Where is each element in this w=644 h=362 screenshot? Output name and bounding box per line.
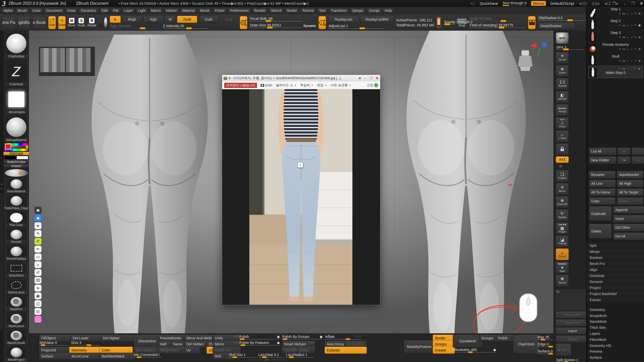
minconnected-slider[interactable]: Min Connected I <box>133 353 162 358</box>
zremesher-button[interactable]: ZRemesher <box>133 335 161 348</box>
flatten-icon[interactable]: ▾ <box>619 67 620 70</box>
shelf-item-smoothvalleys[interactable]: SmoothValleys <box>4 245 28 261</box>
menu-draw[interactable]: Draw <box>65 8 78 13</box>
spix-slider[interactable]: SPix 3 <box>556 45 583 51</box>
eye-icon[interactable]: ◉ <box>638 12 641 15</box>
dynamic-label[interactable]: Dynamic <box>304 24 316 28</box>
section-project[interactable]: Project <box>586 285 644 291</box>
eye-icon[interactable]: ◉ <box>638 59 641 62</box>
halftone-icon[interactable]: ◐ <box>627 12 629 15</box>
live-boolean-button[interactable]: Live Boolean <box>32 16 46 29</box>
palette-resize-handle[interactable]: ▲▼ <box>248 358 286 361</box>
halftone-icon[interactable]: ◐ <box>627 48 629 51</box>
shelf-item-selectlasso[interactable]: SelectLasso <box>4 279 28 295</box>
subtool-row-step-1[interactable]: Step 1▾●●◐◑✎◉ <box>588 7 643 19</box>
white-swatch[interactable] <box>17 156 28 159</box>
subpalette-deformation[interactable]: Deformation <box>586 360 644 362</box>
midvalue-slider[interactable]: MidValue 0 <box>39 341 68 346</box>
texture-preview[interactable]: Te <box>556 290 585 310</box>
clipboard-icon[interactable]: ◫ <box>34 300 42 307</box>
see-through-handle[interactable] <box>503 5 509 6</box>
paintbrush-icon[interactable]: ✎ <box>634 59 636 62</box>
texture-on-button[interactable]: Texture On <box>556 311 589 318</box>
pin-icon[interactable]: ◉ <box>34 207 42 214</box>
mrgb-button[interactable]: Mrgb <box>122 16 142 23</box>
eraser-icon[interactable]: ▭ <box>34 253 42 260</box>
surface-button[interactable]: Surface <box>39 353 72 360</box>
tray-collapse-icon[interactable]: ◂ <box>1 183 2 186</box>
gravity-strength-slider[interactable]: Gravity Strength 0 <box>444 20 455 25</box>
switch-color-button[interactable]: SwitchColor <box>4 160 29 163</box>
subpalette-geometry-hd[interactable]: Geometry HD <box>586 343 644 349</box>
replay-last-rel-button[interactable]: ReplayLastRel <box>360 16 394 23</box>
menu-help[interactable]: Help <box>382 8 394 13</box>
divider-right-icon[interactable]: ||||▸ <box>592 1 600 6</box>
viewer-maximize-icon[interactable]: ❐ <box>370 76 373 80</box>
menu-stencil[interactable]: Stencil <box>269 8 284 13</box>
screen-icon[interactable]: ▣ <box>34 292 42 299</box>
menu-marker[interactable]: Marker <box>164 8 179 13</box>
edit-mode-button[interactable]: Edit <box>48 16 56 29</box>
xpose-button[interactable]: ✥Xpose <box>556 275 569 286</box>
polypaint-icon[interactable]: ●● <box>622 48 626 51</box>
zsub-button[interactable]: Zsub <box>198 16 219 23</box>
viewer-minimize-icon[interactable]: ─ <box>364 76 367 80</box>
subpalette-fibermesh[interactable]: FiberMesh <box>586 337 644 343</box>
shelf-item-basicmaterial[interactable]: BasicMaterial <box>4 178 28 194</box>
viewer-update-badge[interactable]: 새 버전이 나왔습니다 <box>224 83 257 88</box>
objshadow-slider[interactable]: ObjShadow 0.3 <box>538 16 588 21</box>
paste-button[interactable]: Paste <box>617 197 643 205</box>
resolution-slider[interactable]: Resolution 400 <box>453 348 496 353</box>
current-alpha-icon[interactable] <box>99 17 102 28</box>
viewer-content[interactable]: ✦ <box>222 89 380 305</box>
contrast-icon[interactable]: ◑ <box>631 36 633 39</box>
floor-button[interactable]: x y z⊥Floor <box>556 117 569 129</box>
eye-icon[interactable]: ◉ <box>638 35 641 39</box>
move-out-button[interactable]: ↪ <box>618 156 630 164</box>
polish-slider[interactable]: Polish <box>239 335 279 340</box>
window-minimize-icon[interactable]: ⌄ <box>623 1 627 6</box>
flatten-icon[interactable]: ▾ <box>619 35 621 39</box>
shelf-item-claybuildup[interactable]: ClayBuildup <box>4 32 28 59</box>
shelf-item-meshproject[interactable]: MeshProject <box>4 346 28 362</box>
viewer-edit-button[interactable]: 편집▼ <box>317 83 327 87</box>
image-viewer-window[interactable]: 9 - 다리(허벅지, 무릎, 종아리) > 2a1df554ef3f08cfd… <box>222 75 380 305</box>
subpalette-layers[interactable]: Layers <box>586 331 644 337</box>
menu-render[interactable]: Render <box>252 8 268 13</box>
paintbrush-icon[interactable]: ✎ <box>634 24 636 27</box>
menu-alpha[interactable]: Alpha <box>1 8 15 13</box>
menu-texture[interactable]: Texture <box>300 8 316 13</box>
eye-icon[interactable]: ◉ <box>34 214 42 221</box>
uv-button[interactable]: Uv <box>184 347 200 354</box>
all-low-button[interactable]: All Low <box>589 180 616 187</box>
insert-button[interactable]: Insert <box>613 215 644 222</box>
undo-icon[interactable]: ↺ <box>34 269 42 276</box>
default-zscript-button[interactable]: DefaultZScript <box>550 1 574 6</box>
see-through-slider[interactable]: See-through 0 <box>503 1 527 6</box>
sdiv-slider[interactable]: SDiv 3 <box>70 341 99 346</box>
current-material-icon[interactable] <box>104 17 107 28</box>
section-merge[interactable]: Merge <box>586 249 644 255</box>
flatten-icon[interactable]: ▾ <box>619 47 621 51</box>
subpalette-geometry[interactable]: Geometry <box>586 307 644 313</box>
lightbox-button[interactable]: LightBox <box>18 16 30 29</box>
clone-txtr-button[interactable]: Clone Txtr <box>556 319 589 326</box>
scale-mode-button[interactable]: S Scale <box>77 18 85 27</box>
polyframe-button[interactable]: Line Fill▦PolyF <box>556 222 569 234</box>
section-remesh[interactable]: Remesh <box>586 279 644 285</box>
menu-zplugin[interactable]: Zplugin <box>350 8 366 13</box>
ghost-transparency-button[interactable]: ◒Ghost <box>556 248 569 260</box>
home-page-button[interactable]: Home Page <box>2 16 16 29</box>
append-button[interactable]: Append <box>613 206 644 214</box>
eye-icon[interactable]: ◉ <box>638 24 641 27</box>
dot-icon[interactable]: • <box>34 261 42 268</box>
color-picker[interactable] <box>5 143 28 151</box>
menus-button[interactable]: Menus <box>531 1 546 6</box>
toggle-dot-icon[interactable] <box>493 349 496 351</box>
replay-last-button[interactable]: ReplayLast <box>328 16 359 23</box>
flatten-icon[interactable]: ▾ <box>619 12 621 15</box>
paintbrush-icon[interactable]: ✎ <box>634 12 636 15</box>
polishbyfeatures-slider[interactable]: Polish By Features <box>239 341 279 346</box>
reference-thumb-2[interactable] <box>66 48 91 72</box>
subpalette-arraymesh[interactable]: ArrayMesh <box>586 313 644 319</box>
